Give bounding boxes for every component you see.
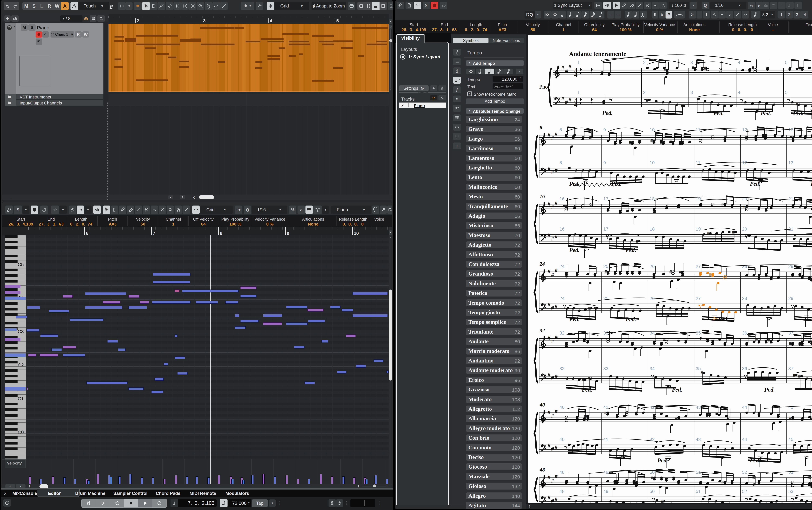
svg-text:#: # [660,139,662,145]
svg-text:#: # [799,65,801,70]
svg-text:10: 10 [650,127,655,132]
svg-text:T: T [456,144,458,148]
svg-text:41: 41 [603,437,608,442]
svg-text:#: # [548,268,550,275]
svg-text:#: # [789,415,791,420]
svg-text:#: # [551,478,554,484]
svg-text:50: 50 [650,489,655,494]
svg-text:#: # [551,375,554,381]
svg-text:#: # [548,166,550,172]
svg-text:32: 32 [560,331,565,336]
svg-text:24: 24 [540,261,545,267]
svg-text:44: 44 [742,437,747,442]
svg-text:#: # [548,494,550,501]
svg-text:48: 48 [560,489,565,494]
svg-text:tr: tr [456,97,458,101]
svg-text:Ped.: Ped. [569,247,580,253]
svg-text:#: # [551,446,554,452]
svg-text:53: 53 [788,470,793,475]
svg-text:#: # [768,338,770,343]
svg-text:13: 13 [788,160,793,165]
svg-text:16: 16 [540,193,545,199]
svg-text:41: 41 [603,405,608,410]
svg-text:8: 8 [560,160,562,165]
svg-text:40: 40 [560,405,565,410]
svg-text:#: # [692,65,694,70]
svg-text:12: 12 [742,160,747,165]
svg-text:24: 24 [560,264,565,269]
svg-text:#: # [548,335,550,341]
svg-text:#: # [551,413,554,419]
svg-text:#: # [721,201,724,207]
svg-text:4: 4 [574,71,577,78]
svg-text:2: 2 [643,60,646,65]
svg-text:#: # [569,63,571,69]
svg-text:#: # [669,139,672,145]
svg-text:32: 32 [560,366,565,371]
svg-text:28: 28 [742,296,747,301]
svg-text:#: # [604,269,607,275]
svg-text:Ped.: Ped. [793,110,804,117]
svg-text:27: 27 [696,264,701,269]
svg-text:Ped.: Ped. [657,457,668,464]
svg-text:5: 5 [785,60,788,65]
svg-text:#: # [551,235,554,242]
svg-text:#: # [548,372,550,378]
svg-text:Pno: Pno [539,84,548,90]
svg-text:Ped.: Ped. [750,457,760,464]
svg-text:26: 26 [650,264,655,269]
svg-text:40: 40 [560,437,565,442]
svg-text:#: # [555,267,558,273]
svg-text:#: # [584,413,587,419]
svg-text:Ped.: Ped. [626,316,636,323]
svg-text:43: 43 [696,405,701,410]
svg-text:#: # [562,64,564,70]
svg-text:10: 10 [650,160,655,165]
svg-text:18: 18 [650,226,655,231]
svg-text:#: # [569,97,571,103]
svg-text:Ped.: Ped. [611,180,622,187]
svg-text:#: # [548,302,550,308]
svg-text:33: 33 [603,366,608,371]
svg-text:3: 3 [456,68,458,71]
svg-text:25: 25 [603,264,608,269]
svg-text:#: # [551,305,554,311]
svg-text:#: # [548,132,550,138]
svg-text:Ped.: Ped. [569,316,580,323]
svg-text:17: 17 [603,226,608,231]
svg-text:36: 36 [742,366,747,371]
svg-text:#: # [555,473,558,479]
svg-text:#: # [679,269,682,275]
svg-text:4: 4 [738,90,741,95]
svg-text:3: 3 [690,90,693,95]
svg-text:#: # [555,373,558,379]
svg-text:25: 25 [603,296,608,301]
svg-text:#: # [548,232,550,238]
svg-text:#: # [651,475,653,480]
svg-text:36: 36 [742,331,747,336]
svg-text:43: 43 [696,437,701,442]
svg-text:Ped.: Ped. [672,386,683,393]
svg-text:#: # [551,272,554,278]
svg-text:49: 49 [603,489,608,494]
svg-text:2: 2 [643,90,646,95]
svg-text:29: 29 [788,296,793,301]
svg-text:45: 45 [788,405,793,410]
svg-text:3: 3 [690,60,693,65]
svg-text:20: 20 [742,226,747,231]
svg-text:16: 16 [560,196,565,201]
svg-text:8: 8 [560,127,562,132]
svg-text:37: 37 [788,366,793,371]
svg-text:48: 48 [540,467,545,473]
svg-text:#: # [721,479,724,485]
svg-text:Ped.: Ped. [582,386,593,393]
svg-text:28: 28 [742,264,747,269]
svg-text:4: 4 [738,60,741,65]
svg-text:=72: =72 [457,79,460,81]
svg-text:#: # [808,276,811,281]
svg-text:5: 5 [785,90,788,95]
svg-text:#: # [651,138,653,143]
svg-text:20: 20 [742,196,747,201]
svg-text:27: 27 [696,296,701,301]
svg-text:53: 53 [788,489,793,494]
